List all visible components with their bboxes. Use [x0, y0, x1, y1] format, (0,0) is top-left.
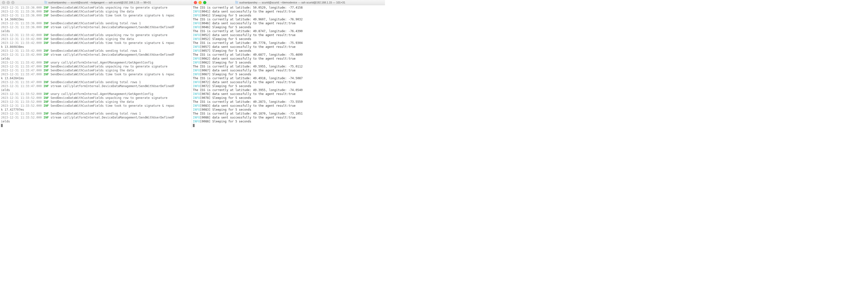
log-message: SendDeviceDataWithCustomFields sending t…	[51, 49, 141, 53]
log-message: stream call/platformInternal.DeviceDataM…	[51, 84, 175, 88]
log-level: INFO	[193, 37, 200, 41]
log-timestamp: 2023-12-31 11:33:42.000	[1, 37, 42, 41]
log-wrap: k 17.427797ms	[1, 108, 24, 111]
log-tag: [0083]	[200, 104, 213, 108]
log-tag: [0062]	[200, 61, 213, 64]
close-icon[interactable]	[2, 1, 5, 4]
zoom-icon[interactable]	[11, 1, 14, 4]
log-tag: [0083]	[200, 108, 213, 111]
log-level: INFO	[193, 45, 200, 49]
log-message: data sent successfully to the agent resu…	[212, 22, 296, 25]
log-tag: [0057]	[200, 49, 213, 53]
cursor-block	[193, 124, 194, 127]
minimize-icon[interactable]	[7, 1, 10, 4]
log-message: unary call/platformInternal.AgentManagem…	[51, 92, 153, 96]
window-title-left: sushantpandey — scurid@scurid: ~/edgeage…	[48, 1, 151, 4]
log-timestamp: 2023-12-31 11:33:36.000	[1, 6, 42, 9]
log-level: INF	[43, 22, 49, 25]
log-message: stream call/platformInternal.DeviceDataM…	[51, 116, 175, 119]
log-message: SendDeviceDataWithCustomFields time took…	[51, 14, 175, 17]
log-plain: The ISS is currently at latitude: 49.187…	[193, 112, 303, 115]
log-level: INF	[43, 33, 49, 37]
log-tag: [0052]	[200, 33, 213, 37]
log-level: INF	[43, 49, 49, 53]
log-wrap: ields	[1, 57, 10, 60]
log-message: data sent successfully to the agent resu…	[212, 10, 296, 13]
log-message: SendDeviceDataWithCustomFields sending t…	[51, 81, 141, 84]
log-level: INF	[43, 6, 49, 9]
log-level: INFO	[193, 57, 200, 60]
log-timestamp: 2023-12-31 11:33:42.000	[1, 61, 42, 64]
log-timestamp: 2023-12-31 11:33:36.000	[1, 14, 42, 17]
log-tag: [0046]	[200, 26, 213, 29]
log-message: data sent successfully to the agent resu…	[212, 116, 296, 119]
log-message: Sleeping for 5 seconds	[212, 61, 251, 64]
log-timestamp: 2023-12-31 11:33:52.000	[1, 116, 42, 119]
cursor-block	[1, 124, 3, 127]
log-tag: [0088]	[200, 120, 213, 123]
log-level: INFO	[193, 96, 200, 99]
log-message: stream call/platformInternal.DeviceDataM…	[51, 53, 175, 56]
log-message: SendDeviceDataWithCustomFields time took…	[51, 41, 175, 45]
log-tag: [0046]	[200, 22, 213, 25]
log-message: SendDeviceDataWithCustomFields unpacking…	[51, 65, 167, 68]
terminal-window-right: sushantpandey — scurid@scurid: ~/demodev…	[192, 0, 385, 128]
log-timestamp: 2023-12-31 11:33:47.000	[1, 73, 42, 76]
log-level: INF	[43, 92, 49, 96]
log-plain: The ISS is currently at latitude: 49.287…	[193, 100, 303, 104]
log-message: data sent successfully to the agent resu…	[212, 92, 296, 96]
log-timestamp: 2023-12-31 11:33:52.000	[1, 96, 42, 99]
log-tag: [0078]	[200, 96, 213, 99]
log-level: INFO	[193, 22, 200, 25]
log-message: SendDeviceDataWithCustomFields time took…	[51, 104, 175, 108]
log-tag: [0067]	[200, 73, 213, 76]
log-level: INFO	[193, 108, 200, 111]
zoom-icon[interactable]	[203, 1, 206, 4]
log-tag: [0041]	[200, 10, 213, 13]
log-level: INFO	[193, 49, 200, 53]
titlebar-left[interactable]: sushantpandey — scurid@scurid: ~/edgeage…	[0, 0, 192, 5]
terminal-output-right[interactable]: The ISS is currently at latitude: 50.052…	[192, 5, 385, 128]
log-wrap: ields	[1, 120, 10, 123]
log-level: INFO	[193, 73, 200, 76]
log-level: INF	[43, 41, 49, 45]
log-tag: [0062]	[200, 57, 213, 60]
close-icon[interactable]	[194, 1, 197, 4]
log-plain: The ISS is currently at latitude: 49.960…	[193, 18, 303, 21]
traffic-lights-right	[194, 1, 206, 4]
log-message: stream call/platformInternal.DeviceDataM…	[51, 26, 175, 29]
log-timestamp: 2023-12-31 11:33:47.000	[1, 84, 42, 88]
log-tag: [0041]	[200, 14, 213, 17]
log-timestamp: 2023-12-31 11:33:47.000	[1, 69, 42, 72]
log-plain: The ISS is currently at latitude: 49.395…	[193, 88, 303, 92]
minimize-icon[interactable]	[198, 1, 202, 4]
log-level: INFO	[193, 81, 200, 84]
log-timestamp: 2023-12-31 11:33:42.000	[1, 49, 42, 53]
terminal-output-left[interactable]: 2023-12-31 11:33:36.000 INF SendDeviceDa…	[0, 5, 192, 128]
log-wrap: ields	[1, 88, 10, 92]
log-message: Sleeping for 5 seconds	[212, 120, 251, 123]
title-center-right: sushantpandey — scurid@scurid: ~/demodev…	[208, 1, 372, 4]
log-message: SendDeviceDataWithCustomFields signing t…	[51, 10, 134, 13]
log-message: data sent successfully to the agent resu…	[212, 57, 296, 60]
log-message: SendDeviceDataWithCustomFields signing t…	[51, 100, 134, 104]
log-message: SendDeviceDataWithCustomFields signing t…	[51, 69, 134, 72]
log-timestamp: 2023-12-31 11:33:36.000	[1, 10, 42, 13]
log-level: INF	[43, 61, 49, 64]
log-tag: [0057]	[200, 45, 213, 49]
log-message: SendDeviceDataWithCustomFields unpacking…	[51, 33, 167, 37]
log-wrap: k 14.360833ms	[1, 18, 24, 21]
log-timestamp: 2023-12-31 11:33:52.000	[1, 112, 42, 115]
log-wrap: k 13.642841ms	[1, 77, 24, 80]
log-level: INF	[43, 65, 49, 68]
log-timestamp: 2023-12-31 11:33:42.000	[1, 41, 42, 45]
log-plain: The ISS is currently at latitude: 50.052…	[193, 6, 303, 9]
log-level: INF	[43, 37, 49, 41]
log-level: INF	[43, 69, 49, 72]
log-message: Sleeping for 5 seconds	[212, 96, 251, 99]
log-level: INFO	[193, 14, 200, 17]
log-level: INF	[43, 10, 49, 13]
log-message: data sent successfully to the agent resu…	[212, 69, 296, 72]
log-message: Sleeping for 5 seconds	[212, 14, 251, 17]
titlebar-right[interactable]: sushantpandey — scurid@scurid: ~/demodev…	[192, 0, 385, 5]
